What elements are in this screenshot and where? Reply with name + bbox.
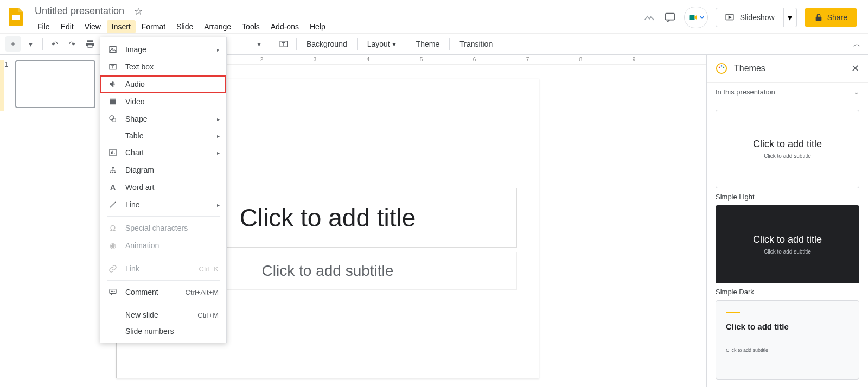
diagram-icon bbox=[108, 165, 118, 175]
header-right: Slideshow ▾ Share bbox=[643, 7, 863, 28]
chart-icon bbox=[108, 148, 118, 157]
menu-slide[interactable]: Slide bbox=[171, 20, 198, 33]
slide-number: 1 bbox=[4, 60, 11, 108]
menu-tools[interactable]: Tools bbox=[237, 20, 265, 33]
doc-title[interactable]: Untitled presentation bbox=[33, 4, 126, 18]
close-themes-icon[interactable]: ✕ bbox=[851, 62, 859, 74]
slideshow-dropdown[interactable]: ▾ bbox=[784, 8, 797, 27]
comment-icon bbox=[108, 287, 118, 297]
svg-point-7 bbox=[721, 65, 723, 67]
activity-icon[interactable] bbox=[643, 11, 656, 24]
slideshow-button[interactable]: Slideshow bbox=[716, 8, 784, 27]
theme-streamline[interactable]: Click to add title Click to add subtitle bbox=[716, 300, 859, 380]
insert-diagram[interactable]: Diagram bbox=[100, 161, 226, 179]
insert-image[interactable]: Image▸ bbox=[100, 41, 226, 58]
background-button[interactable]: Background bbox=[301, 40, 353, 48]
slideshow-group: Slideshow ▾ bbox=[716, 8, 797, 27]
theme-simple-light[interactable]: Click to add title Click to add subtitle bbox=[716, 110, 859, 188]
menu-addons[interactable]: Add-ons bbox=[266, 20, 304, 33]
wordart-icon: A bbox=[108, 182, 118, 192]
insert-shape[interactable]: Shape▸ bbox=[100, 110, 226, 128]
insert-special-characters: Ω Special characters bbox=[100, 219, 226, 237]
insert-new-slide[interactable]: New slideCtrl+M bbox=[100, 307, 226, 323]
menu-help[interactable]: Help bbox=[305, 20, 330, 33]
new-slide-button[interactable]: ＋ bbox=[5, 36, 21, 52]
themes-title: Themes bbox=[734, 64, 845, 73]
theme-button[interactable]: Theme bbox=[411, 40, 445, 48]
image-icon bbox=[108, 45, 118, 54]
insert-animation: ◉ Animation bbox=[100, 237, 226, 254]
layout-button[interactable]: Layout ▾ bbox=[362, 40, 401, 48]
svg-point-17 bbox=[114, 172, 116, 173]
chevron-down-icon: ⌄ bbox=[853, 88, 859, 96]
theme-simple-dark[interactable]: Click to add title Click to add subtitle bbox=[716, 205, 859, 284]
star-icon[interactable]: ☆ bbox=[134, 5, 143, 17]
omega-icon: Ω bbox=[108, 223, 118, 233]
insert-video[interactable]: Video bbox=[100, 93, 226, 110]
redo-button[interactable]: ↷ bbox=[65, 36, 80, 52]
insert-menu-dropdown: Image▸ Text box Audio Video Shape▸ Table… bbox=[100, 37, 227, 343]
svg-rect-2 bbox=[689, 15, 694, 20]
insert-comment[interactable]: CommentCtrl+Alt+M bbox=[100, 283, 226, 301]
insert-link: LinkCtrl+K bbox=[100, 260, 226, 277]
svg-rect-1 bbox=[666, 14, 675, 20]
meet-button[interactable] bbox=[684, 7, 708, 28]
insert-chart[interactable]: Chart▸ bbox=[100, 144, 226, 161]
textbox-icon bbox=[108, 62, 118, 72]
new-slide-dropdown[interactable]: ▾ bbox=[23, 36, 38, 52]
slideshow-label: Slideshow bbox=[740, 13, 775, 22]
svg-rect-9 bbox=[110, 47, 116, 53]
svg-point-6 bbox=[719, 67, 720, 68]
comments-icon[interactable] bbox=[663, 11, 676, 24]
slide-thumbnail-1[interactable] bbox=[15, 60, 95, 108]
themes-panel: Themes ✕ In this presentation ⌄ Click to… bbox=[706, 55, 868, 387]
slides-logo-icon[interactable] bbox=[7, 7, 26, 26]
insert-textbox-toolbar[interactable] bbox=[276, 36, 292, 52]
theme-name-light: Simple Light bbox=[716, 193, 859, 201]
insert-textbox[interactable]: Text box bbox=[100, 58, 226, 75]
menu-view[interactable]: View bbox=[80, 20, 106, 33]
line-icon bbox=[108, 200, 118, 210]
audio-icon bbox=[108, 79, 118, 89]
svg-point-8 bbox=[723, 67, 724, 68]
menu-edit[interactable]: Edit bbox=[56, 20, 79, 33]
theme-name-dark: Simple Dark bbox=[716, 288, 859, 296]
svg-point-5 bbox=[717, 64, 726, 73]
insert-audio[interactable]: Audio bbox=[100, 75, 226, 93]
svg-rect-0 bbox=[12, 15, 20, 20]
filmstrip: 1 bbox=[0, 55, 100, 387]
menu-arrange[interactable]: Arrange bbox=[199, 20, 236, 33]
zoom-dropdown[interactable]: ▾ bbox=[251, 36, 266, 52]
svg-point-16 bbox=[112, 172, 114, 173]
insert-slide-numbers[interactable]: Slide numbers bbox=[100, 323, 226, 339]
insert-line[interactable]: Line▸ bbox=[100, 196, 226, 213]
shape-icon bbox=[108, 114, 118, 124]
header-bar: Untitled presentation ☆ File Edit View I… bbox=[0, 0, 868, 33]
video-icon bbox=[108, 97, 118, 106]
print-button[interactable] bbox=[82, 36, 98, 52]
menu-file[interactable]: File bbox=[33, 20, 55, 33]
svg-rect-18 bbox=[112, 167, 114, 169]
palette-icon bbox=[716, 62, 727, 74]
insert-table[interactable]: Table▸ bbox=[100, 128, 226, 144]
undo-button[interactable]: ↶ bbox=[47, 36, 62, 52]
insert-wordart[interactable]: A Word art bbox=[100, 179, 226, 196]
share-label: Share bbox=[827, 13, 847, 22]
collapse-toolbar-icon[interactable]: ︿ bbox=[853, 39, 861, 50]
themes-subsection[interactable]: In this presentation ⌄ bbox=[707, 83, 868, 102]
menu-insert[interactable]: Insert bbox=[107, 20, 136, 33]
filmstrip-highlight bbox=[0, 60, 4, 111]
menu-format[interactable]: Format bbox=[137, 20, 170, 33]
share-button[interactable]: Share bbox=[805, 8, 857, 27]
title-area: Untitled presentation ☆ File Edit View I… bbox=[33, 4, 643, 33]
menu-bar: File Edit View Insert Format Slide Arran… bbox=[33, 20, 643, 33]
link-icon bbox=[108, 264, 118, 274]
transition-button[interactable]: Transition bbox=[454, 40, 498, 48]
animation-icon: ◉ bbox=[108, 241, 118, 250]
svg-point-15 bbox=[110, 172, 112, 173]
